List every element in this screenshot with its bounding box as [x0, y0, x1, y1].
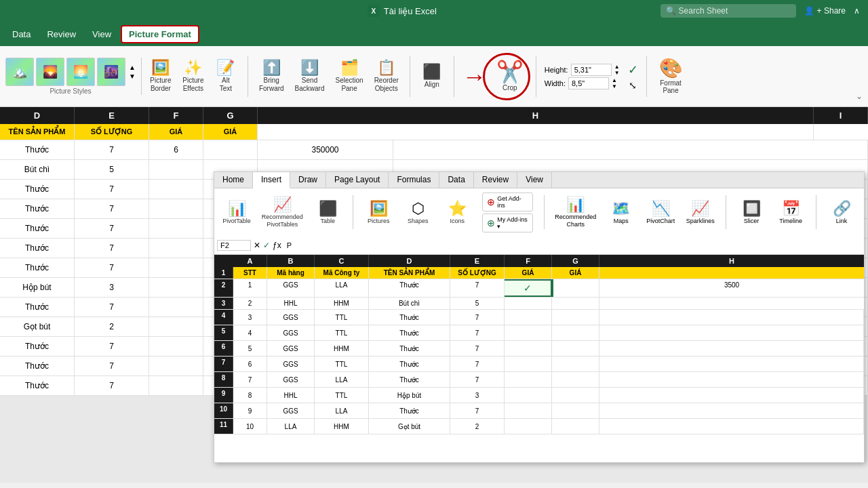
inner-shapes-button[interactable]: ⬡ Shapes — [401, 199, 435, 226]
inner-cell-1G[interactable]: GIÁ — [552, 267, 599, 279]
menu-picture-format[interactable]: Picture Format — [121, 25, 199, 43]
inner-cell-1A[interactable]: STT — [233, 267, 267, 279]
inner-cell-2A[interactable]: 1 — [233, 279, 267, 297]
search-box[interactable]: 🔍 Search Sheet — [660, 4, 796, 18]
inner-data-cell[interactable] — [505, 403, 552, 418]
outer-cell[interactable]: 5 — [75, 160, 149, 179]
inner-tab-draw[interactable]: Draw — [290, 172, 326, 188]
outer-cell[interactable]: Thước — [0, 357, 75, 375]
crop-button[interactable]: ✂️ Crop — [492, 58, 528, 94]
inner-pivotchart-button[interactable]: 📉 PivotChart — [644, 199, 678, 226]
inner-data-cell[interactable]: 4 — [233, 325, 267, 340]
outer-cell[interactable] — [149, 278, 203, 297]
inner-data-cell[interactable]: Thước — [369, 310, 450, 325]
outer-cell[interactable]: 350000 — [258, 140, 393, 159]
inner-data-cell[interactable]: GGS — [267, 357, 315, 371]
inner-cell-2B[interactable]: GGS — [267, 279, 315, 297]
inner-cell-2F[interactable]: ✓ — [505, 279, 552, 297]
outer-cell[interactable]: 7 — [75, 357, 149, 375]
outer-cell[interactable]: 7 — [75, 199, 149, 218]
inner-data-cell[interactable] — [505, 419, 552, 434]
inner-data-cell[interactable]: 8 — [233, 388, 267, 403]
outer-cell[interactable]: 6 — [149, 140, 203, 159]
inner-cell-3B[interactable]: HHL — [267, 298, 315, 309]
inner-data-cell[interactable]: 7 — [450, 372, 505, 387]
menu-data[interactable]: Data — [5, 26, 37, 42]
collapse-icon[interactable]: ∧ — [854, 6, 860, 16]
format-pane-button[interactable]: 🎨 FormatPane — [655, 56, 687, 97]
inner-data-cell[interactable] — [505, 357, 552, 371]
inner-cell-3G[interactable] — [552, 298, 599, 309]
inner-data-cell[interactable] — [552, 403, 599, 418]
inner-data-cell[interactable]: GGS — [267, 341, 315, 356]
inner-data-cell[interactable] — [599, 388, 864, 403]
inner-maps-button[interactable]: 🗺️ Maps — [604, 199, 638, 226]
outer-cell[interactable]: 7 — [75, 140, 149, 159]
outer-cell[interactable]: 7 — [75, 258, 149, 277]
inner-icons-button[interactable]: ⭐ Icons — [440, 199, 474, 226]
inner-tab-view[interactable]: View — [517, 172, 552, 188]
inner-data-cell[interactable]: TTL — [315, 325, 369, 340]
inner-cell-1D[interactable]: TÊN SẢN PHẨM — [369, 267, 450, 279]
pic-style-1[interactable]: 🏔️ — [5, 58, 34, 86]
inner-cell-3H[interactable] — [599, 298, 864, 309]
menu-view[interactable]: View — [85, 26, 118, 42]
inner-cell-2E[interactable]: 7 — [450, 279, 505, 297]
width-down[interactable]: ▼ — [612, 83, 617, 89]
selection-pane-button[interactable]: 🗂️ SelectionPane — [333, 59, 366, 94]
inner-data-cell[interactable]: HHM — [315, 341, 369, 356]
outer-cell[interactable] — [149, 357, 203, 375]
inner-cell-3D[interactable]: Bút chì — [369, 298, 450, 309]
outer-cell[interactable]: Thước — [0, 199, 75, 218]
inner-data-cell[interactable] — [552, 372, 599, 387]
inner-cell-1C[interactable]: Mã Công ty — [315, 267, 369, 279]
inner-tab-home[interactable]: Home — [214, 172, 253, 188]
inner-cell-2G[interactable] — [552, 279, 599, 297]
inner-data-cell[interactable] — [599, 419, 864, 434]
inner-pivottable-button[interactable]: 📊 PivotTable — [220, 199, 254, 226]
outer-cell[interactable]: 7 — [75, 376, 149, 395]
outer-cell[interactable]: Thước — [0, 376, 75, 395]
pic-style-2[interactable]: 🌄 — [36, 58, 64, 86]
outer-cell[interactable] — [149, 160, 203, 179]
pic-style-4[interactable]: 🌆 — [97, 58, 125, 86]
inner-data-cell[interactable]: 7 — [450, 325, 505, 340]
inner-cell-3F[interactable] — [505, 298, 552, 309]
outer-cell[interactable]: Thước — [0, 298, 75, 317]
inner-data-cell[interactable]: TTL — [315, 310, 369, 325]
inner-data-cell[interactable] — [505, 372, 552, 387]
inner-data-cell[interactable]: 2 — [450, 419, 505, 434]
inner-data-cell[interactable] — [599, 372, 864, 387]
picture-effects-button[interactable]: ✨ PictureEffects — [180, 59, 207, 94]
pic-style-3[interactable]: 🌅 — [66, 58, 95, 86]
inner-data-cell[interactable]: 3 — [233, 310, 267, 325]
outer-cell[interactable]: Thước — [0, 258, 75, 277]
inner-tab-pagelayout[interactable]: Page Layout — [326, 172, 389, 188]
outer-cell[interactable] — [149, 219, 203, 238]
inner-data-cell[interactable] — [599, 341, 864, 356]
inner-data-cell[interactable]: HHL — [267, 388, 315, 403]
inner-cell-1H[interactable] — [599, 267, 864, 279]
picture-border-button[interactable]: 🖼️ PictureBorder — [147, 59, 174, 94]
outer-cell[interactable] — [149, 298, 203, 317]
inner-data-cell[interactable] — [505, 341, 552, 356]
inner-data-cell[interactable]: LLA — [315, 372, 369, 387]
height-up[interactable]: ▲ — [614, 64, 620, 70]
outer-cell[interactable]: 7 — [75, 219, 149, 238]
inner-sparklines-button[interactable]: 📈 Sparklines — [684, 199, 718, 226]
inner-cell-1E[interactable]: SỐ LƯỢNG — [450, 267, 505, 279]
inner-data-cell[interactable] — [552, 325, 599, 340]
inner-tab-data[interactable]: Data — [439, 172, 473, 188]
inner-tab-formulas[interactable]: Formulas — [389, 172, 439, 188]
inner-table-button[interactable]: ⬛ Table — [311, 199, 344, 226]
cancel-icon[interactable]: ✕ — [254, 241, 260, 250]
alt-text-button[interactable]: 📝 AltText — [212, 59, 239, 94]
inner-data-cell[interactable]: Thước — [369, 325, 450, 340]
inner-data-cell[interactable]: GGS — [267, 325, 315, 340]
inner-data-cell[interactable]: GGS — [267, 372, 315, 387]
outer-cell[interactable]: Gọt bút — [0, 317, 75, 336]
inner-data-cell[interactable]: Gọt bút — [369, 419, 450, 434]
reorder-objects-button[interactable]: 📋 ReorderObjects — [372, 59, 401, 94]
outer-cell[interactable]: 7 — [75, 298, 149, 317]
inner-data-cell[interactable] — [552, 419, 599, 434]
